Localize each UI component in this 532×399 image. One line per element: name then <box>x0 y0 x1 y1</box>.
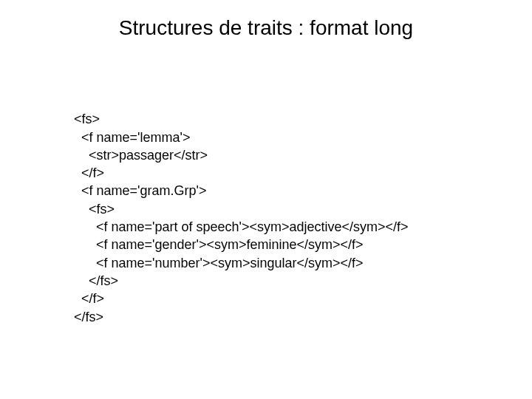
code-line: <f name='part of speech'><sym>adjective<… <box>74 219 409 234</box>
code-block: <fs> <f name='lemma'> <str>passager</str… <box>74 92 409 344</box>
code-line: <f name='lemma'> <box>74 130 190 145</box>
code-line: <fs> <box>74 112 100 126</box>
slide-title: Structures de traits : format long <box>0 16 532 40</box>
code-line: <f name='gram.Grp'> <box>74 183 206 198</box>
code-line: <fs> <box>74 202 115 216</box>
code-line: </fs> <box>74 310 103 324</box>
code-line: </f> <box>74 166 104 180</box>
slide: Structures de traits : format long <fs> … <box>0 0 532 399</box>
code-line: </fs> <box>74 273 118 288</box>
code-line: </f> <box>74 291 104 306</box>
code-line: <f name='number'><sym>singular</sym></f> <box>74 256 364 270</box>
code-line: <f name='gender'><sym>feminine</sym></f> <box>74 237 364 252</box>
code-line: <str>passager</str> <box>74 148 208 163</box>
